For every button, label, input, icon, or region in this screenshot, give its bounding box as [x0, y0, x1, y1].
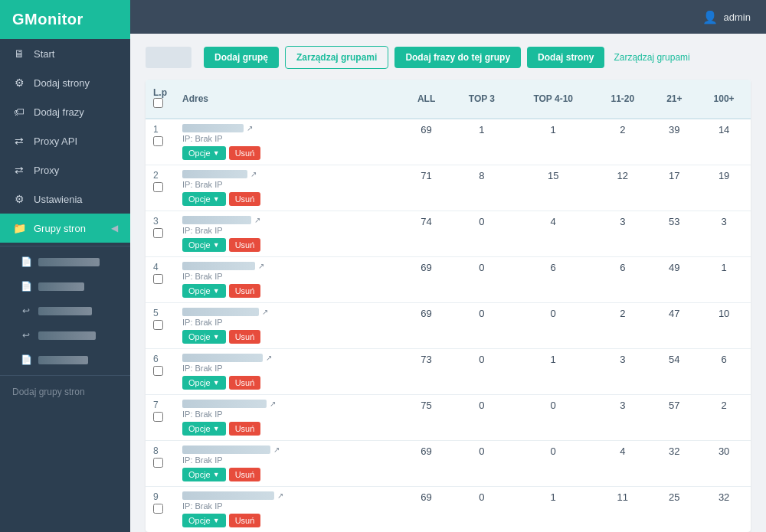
usun-button[interactable]: Usuń	[229, 238, 261, 252]
usun-button[interactable]: Usuń	[229, 376, 261, 390]
table-row: 4 ↗ IP: Brak IP Opcje ▼ Usuń 69 0 6 6 49…	[146, 257, 751, 303]
row-buttons: Opcje ▼ Usuń	[182, 238, 394, 252]
opcje-button[interactable]: Opcje ▼	[182, 330, 226, 344]
row-top4-10: 4	[512, 211, 594, 257]
row-addr-cell: ↗ IP: Brak IP Opcje ▼ Usuń	[175, 395, 401, 441]
row-buttons: Opcje ▼ Usuń	[182, 376, 394, 390]
col-11-20: 11-20	[594, 80, 651, 119]
collapse-icon: ◀	[111, 223, 118, 233]
row-ip: IP: Brak IP	[182, 410, 394, 419]
subgroup-icon: 📄	[20, 256, 32, 267]
subgroup-icon: 📄	[20, 281, 32, 292]
subgroup-icon: 📄	[20, 354, 32, 365]
row-checkbox[interactable]	[153, 136, 163, 146]
sidebar-item-dodaj-frazy[interactable]: 🏷 Dodaj frazy	[0, 97, 130, 126]
subgroup-4[interactable]: ↩	[0, 323, 130, 348]
row-top3: 0	[451, 349, 512, 395]
divider2	[0, 375, 130, 376]
row-top3: 8	[451, 165, 512, 211]
subgroup-5[interactable]: 📄	[0, 348, 130, 372]
subgroup-icon: ↩	[20, 305, 32, 316]
row-buttons: Opcje ▼ Usuń	[182, 192, 394, 206]
table-row: 6 ↗ IP: Brak IP Opcje ▼ Usuń 73 0 1 3 54…	[146, 349, 751, 395]
sidebar-item-grupy-stron[interactable]: 📁 Grupy stron ◀	[0, 214, 130, 243]
manage-groups-link[interactable]: Zarządzaj grupami	[614, 52, 689, 63]
select-all-checkbox[interactable]	[153, 98, 163, 108]
action-bar: Dodaj grupę Zarządzaj grupami Dodaj fraz…	[146, 46, 751, 69]
row-checkbox[interactable]	[153, 412, 163, 422]
usun-button[interactable]: Usuń	[229, 192, 261, 206]
row-100plus: 6	[697, 349, 751, 395]
row-ip: IP: Brak IP	[182, 318, 394, 327]
sidebar-item-dodaj-strony[interactable]: ⚙ Dodaj strony	[0, 68, 130, 97]
sidebar-item-proxy[interactable]: ⇄ Proxy	[0, 155, 130, 184]
row-checkbox[interactable]	[153, 228, 163, 238]
gear-icon: ⚙	[12, 193, 26, 205]
page-logo	[146, 47, 192, 68]
col-adres: Adres	[175, 80, 401, 119]
row-checkbox[interactable]	[153, 504, 163, 514]
row-21plus: 57	[651, 395, 697, 441]
table-row: 3 ↗ IP: Brak IP Opcje ▼ Usuń 74 0 4 3 53…	[146, 211, 751, 257]
subgroup-1[interactable]: 📄	[0, 250, 130, 274]
opcje-button[interactable]: Opcje ▼	[182, 284, 226, 298]
row-ip: IP: Brak IP	[182, 180, 394, 189]
row-top3: 0	[451, 441, 512, 487]
usun-button[interactable]: Usuń	[229, 146, 261, 160]
usun-button[interactable]: Usuń	[229, 330, 261, 344]
opcje-button[interactable]: Opcje ▼	[182, 514, 226, 527]
col-top3: TOP 3	[451, 80, 512, 119]
col-all: ALL	[401, 80, 450, 119]
usun-button[interactable]: Usuń	[229, 514, 261, 527]
usun-button[interactable]: Usuń	[229, 422, 261, 436]
sidebar-item-start[interactable]: 🖥 Start	[0, 39, 130, 68]
row-top4-10: 1	[512, 349, 594, 395]
username: admin	[724, 11, 751, 23]
exchange-icon: ⇄	[12, 135, 26, 147]
table-row: 5 ↗ IP: Brak IP Opcje ▼ Usuń 69 0 0 2 47…	[146, 303, 751, 349]
add-site-button[interactable]: Dodaj strony	[527, 47, 604, 68]
add-group-link[interactable]: Dodaj grupy stron	[0, 379, 130, 405]
opcje-button[interactable]: Opcje ▼	[182, 238, 226, 252]
row-checkbox[interactable]	[153, 458, 163, 468]
row-21plus: 17	[651, 165, 697, 211]
opcje-button[interactable]: Opcje ▼	[182, 146, 226, 160]
row-100plus: 19	[697, 165, 751, 211]
row-num-cell: 9	[146, 487, 175, 533]
row-checkbox[interactable]	[153, 274, 163, 284]
row-all: 69	[401, 257, 450, 303]
sidebar-label: Ustawienia	[34, 194, 83, 205]
usun-button[interactable]: Usuń	[229, 468, 261, 481]
subgroup-2[interactable]: 📄	[0, 274, 130, 299]
row-100plus: 1	[697, 257, 751, 303]
row-top4-10: 0	[512, 303, 594, 349]
row-checkbox[interactable]	[153, 320, 163, 330]
sites-table: L.p Adres ALL TOP 3 TOP 4-10 11-20 21+ 1…	[146, 80, 751, 532]
opcje-button[interactable]: Opcje ▼	[182, 192, 226, 206]
row-top3: 0	[451, 395, 512, 441]
row-11-20: 2	[594, 119, 651, 165]
opcje-button[interactable]: Opcje ▼	[182, 422, 226, 436]
user-info: 👤 admin	[702, 10, 751, 24]
sidebar-label: Start	[34, 48, 54, 60]
row-top4-10: 1	[512, 487, 594, 533]
row-ip: IP: Brak IP	[182, 455, 394, 465]
add-group-button[interactable]: Dodaj grupę	[204, 47, 279, 68]
monitor-icon: 🖥	[12, 47, 26, 60]
row-checkbox[interactable]	[153, 366, 163, 376]
sidebar-item-proxy-api[interactable]: ⇄ Proxy API	[0, 126, 130, 155]
sidebar-item-ustawienia[interactable]: ⚙ Ustawienia	[0, 184, 130, 214]
add-phrase-button[interactable]: Dodaj frazy do tej grupy	[394, 47, 521, 68]
row-100plus: 30	[697, 441, 751, 487]
subgroup-3[interactable]: ↩	[0, 299, 130, 323]
sidebar-label: Proxy	[34, 165, 59, 176]
opcje-button[interactable]: Opcje ▼	[182, 376, 226, 390]
col-lp: L.p	[146, 80, 175, 119]
row-11-20: 4	[594, 441, 651, 487]
row-checkbox[interactable]	[153, 182, 163, 192]
usun-button[interactable]: Usuń	[229, 284, 261, 298]
row-all: 69	[401, 303, 450, 349]
manage-groups-button[interactable]: Zarządzaj grupami	[285, 46, 388, 69]
row-ip: IP: Brak IP	[182, 364, 394, 373]
opcje-button[interactable]: Opcje ▼	[182, 468, 226, 481]
